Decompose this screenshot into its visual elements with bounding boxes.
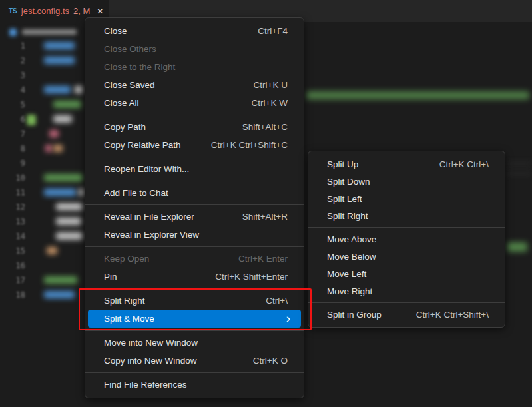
menu-item-label: Split in Group [327,310,392,320]
menu-item-label: Split Right [327,211,489,221]
typescript-file-icon: TS [9,7,17,15]
line-number: 10 [11,173,25,183]
menu-item-label: Reveal in Explorer View [104,230,288,240]
menu-separator [85,157,304,157]
breadcrumb-file-icon [9,29,17,36]
menu-item-label: Add File to Chat [104,188,288,198]
line-number: 2 [11,56,25,65]
line-number: 17 [11,276,25,285]
menu-item-label: Split & Move [104,314,262,324]
menu-item-shortcut: Ctrl+K Enter [238,254,288,264]
menu-item-move-above[interactable]: Move Above [308,230,505,248]
line-number: 18 [11,290,25,300]
menu-item-copy-path[interactable]: Copy PathShift+Alt+C [85,118,304,136]
code-token-blur [75,86,83,93]
menu-separator [85,372,304,373]
line-number: 16 [11,261,25,270]
tab-context-menu: CloseCtrl+F4Close OthersClose to the Rig… [85,17,304,398]
menu-separator [308,302,505,303]
menu-item-label: Keep Open [104,254,214,264]
menu-item-shortcut: Ctrl+\ [266,296,288,306]
chevron-right-icon: › [286,312,290,324]
menu-item-move-below[interactable]: Move Below [308,248,505,265]
menu-item-label: Copy into New Window [104,356,229,366]
menu-item-move-left[interactable]: Move Left [308,265,505,282]
menu-item-split-up[interactable]: Split UpCtrl+K Ctrl+\ [308,155,505,173]
code-token-blur [49,130,59,137]
menu-item-split-left[interactable]: Split Left [308,190,505,207]
code-token-blur [53,145,63,152]
line-number: 15 [11,246,25,256]
menu-item-label: Move Right [327,286,489,296]
menu-item-shortcut: Ctrl+K O [253,356,288,366]
menu-item-split-right[interactable]: Split RightCtrl+\ [85,292,304,310]
menu-separator [85,288,304,289]
close-icon[interactable]: ✕ [97,7,103,16]
menu-item-copy-relative-path[interactable]: Copy Relative PathCtrl+K Ctrl+Shift+C [85,136,304,154]
code-token-blur [44,57,75,64]
breadcrumb [9,28,77,36]
line-number: 7 [11,129,25,139]
menu-item-split-down[interactable]: Split Down [308,173,505,190]
menu-item-label: Close to the Right [104,62,288,72]
menu-item-reopen-editor-with[interactable]: Reopen Editor With... [85,160,304,178]
code-token-blur [56,203,83,210]
line-number: 4 [11,85,25,95]
menu-item-label: Reveal in File Explorer [104,212,218,222]
menu-item-label: Close Saved [104,80,230,90]
line-number: 9 [11,159,25,168]
menu-item-label: Close Others [104,44,288,54]
split-and-move-submenu: Split UpCtrl+K Ctrl+\Split DownSplit Lef… [308,151,505,328]
line-number: 8 [11,144,25,153]
menu-item-move-into-new-window[interactable]: Move into New Window [85,334,304,352]
menu-item-split-in-group[interactable]: Split in GroupCtrl+K Ctrl+Shift+\ [308,306,505,323]
menu-item-close-others: Close Others [85,40,304,58]
menu-separator [85,181,304,181]
code-fragment-blur [507,242,527,252]
line-number: 3 [11,71,25,80]
menu-item-split-right[interactable]: Split Right [308,207,505,224]
menu-item-shortcut: Ctrl+F4 [258,26,288,36]
line-number: 5 [11,100,25,109]
menu-item-split-move[interactable]: Split & Move› [88,310,301,328]
menu-item-close-saved[interactable]: Close SavedCtrl+K U [85,76,304,94]
menu-item-close[interactable]: CloseCtrl+F4 [85,22,304,40]
menu-item-copy-into-new-window[interactable]: Copy into New WindowCtrl+K O [85,352,304,370]
code-token-blur [44,174,83,181]
tab-problems-modified-badge: 2, M [73,6,90,16]
menu-item-label: Split Down [327,177,489,187]
code-token-blur [79,189,84,196]
menu-item-move-right[interactable]: Move Right [308,282,505,300]
menu-item-shortcut: Shift+Alt+R [242,212,288,222]
menu-item-pin[interactable]: PinCtrl+K Shift+Enter [85,268,304,286]
menu-separator [85,204,304,205]
menu-item-label: Move into New Window [104,338,288,348]
menu-item-reveal-in-explorer-view[interactable]: Reveal in Explorer View [85,226,304,244]
code-fragment-blur [306,91,529,99]
menu-separator [308,227,505,228]
menu-item-label: Split Left [327,194,489,204]
code-fragment-blur [507,163,532,165]
menu-item-close-all[interactable]: Close AllCtrl+K W [85,94,304,112]
breadcrumb-text-blur [22,29,77,35]
line-number: 14 [11,232,25,241]
menu-item-label: Split Up [327,159,415,169]
code-token-blur [44,42,75,49]
menu-separator [85,330,304,331]
menu-item-add-file-to-chat[interactable]: Add File to Chat [85,184,304,202]
menu-item-reveal-in-file-explorer[interactable]: Reveal in File ExplorerShift+Alt+R [85,208,304,226]
menu-item-shortcut: Shift+Alt+C [242,122,288,132]
line-number: 1 [11,41,25,51]
menu-item-label: Split Right [104,296,242,306]
menu-item-shortcut: Ctrl+K Ctrl+Shift+\ [416,310,489,320]
menu-item-label: Close All [104,98,228,108]
menu-item-label: Move Left [327,269,489,279]
menu-item-label: Move Above [327,234,489,244]
menu-item-find-file-references[interactable]: Find File References [85,376,304,394]
code-token-blur [45,145,52,152]
code-fragment-blur [507,173,532,174]
menu-item-label: Move Below [327,252,489,262]
menu-item-shortcut: Ctrl+K Shift+Enter [215,272,288,282]
line-number: 11 [11,188,25,197]
menu-separator [85,115,304,115]
